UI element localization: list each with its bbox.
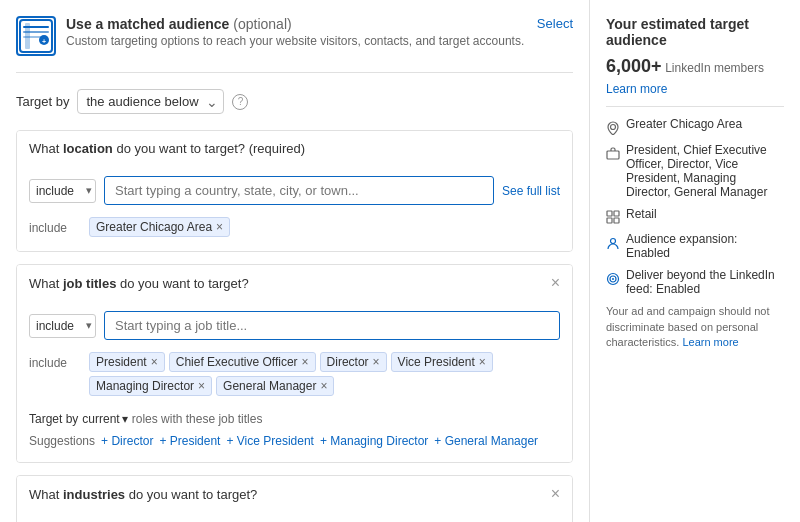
job-titles-tags: President × Chief Executive Officer × Di… xyxy=(89,352,560,396)
sidebar-disclaimer-learn-more[interactable]: Learn more xyxy=(682,336,738,348)
sidebar-title: Your estimated target audience xyxy=(606,16,784,48)
sidebar-members-label: LinkedIn members xyxy=(665,61,764,75)
job-titles-section-title: What job titles do you want to target? xyxy=(29,276,249,291)
sidebar-audience-expansion: Audience expansion: Enabled xyxy=(626,232,784,260)
svg-rect-4 xyxy=(23,36,41,38)
sidebar-industry: Retail xyxy=(626,207,657,221)
svg-rect-8 xyxy=(607,151,619,159)
briefcase-icon xyxy=(606,145,620,161)
job-titles-include-dropdown[interactable]: include xyxy=(29,314,96,338)
sidebar-divider xyxy=(606,106,784,107)
suggestion-general-manager[interactable]: + General Manager xyxy=(434,434,538,448)
location-section-header: What location do you want to target? (re… xyxy=(17,131,572,166)
suggestion-president[interactable]: + President xyxy=(159,434,220,448)
target-by-label: Target by xyxy=(16,94,69,109)
tag-president: President × xyxy=(89,352,165,372)
job-titles-tags-row: include President × Chief Executive Offi… xyxy=(29,348,560,400)
sidebar-location-row: Greater Chicago Area xyxy=(606,117,784,135)
audience-header: + Use a matched audience (optional) Cust… xyxy=(16,16,573,73)
tag-ceo: Chief Executive Officer × xyxy=(169,352,316,372)
svg-rect-11 xyxy=(607,218,612,223)
svg-rect-9 xyxy=(607,211,612,216)
tag-president-close[interactable]: × xyxy=(151,356,158,368)
location-include-label: include xyxy=(29,221,89,235)
location-tags: Greater Chicago Area × xyxy=(89,217,560,237)
target-icon xyxy=(606,270,620,286)
svg-point-13 xyxy=(611,238,616,243)
info-icon[interactable]: ? xyxy=(232,94,248,110)
select-link[interactable]: Select xyxy=(537,16,573,31)
target-current-button[interactable]: current ▾ xyxy=(82,412,127,426)
svg-point-7 xyxy=(611,124,616,129)
sidebar-location: Greater Chicago Area xyxy=(626,117,742,131)
tag-vp: Vice President × xyxy=(391,352,493,372)
location-tag-label: Greater Chicago Area xyxy=(96,220,212,234)
location-tag-close[interactable]: × xyxy=(216,221,223,233)
sidebar-disclaimer: Your ad and campaign should not discrimi… xyxy=(606,304,784,350)
location-icon xyxy=(606,119,620,135)
tag-director-close[interactable]: × xyxy=(373,356,380,368)
job-titles-include-label: include xyxy=(29,356,89,370)
suggestion-director[interactable]: + Director xyxy=(101,434,153,448)
sidebar-audience-expansion-row: Audience expansion: Enabled xyxy=(606,232,784,260)
job-titles-section-header: What job titles do you want to target? × xyxy=(17,265,572,301)
sidebar-learn-more[interactable]: Learn more xyxy=(606,82,667,96)
suggestions-label: Suggestions xyxy=(29,434,95,448)
svg-rect-3 xyxy=(23,31,49,33)
location-include-dropdown[interactable]: include xyxy=(29,179,96,203)
target-by-row: Target by the audience below ? xyxy=(16,89,573,114)
target-current-suffix: roles with these job titles xyxy=(132,412,263,426)
target-by-select[interactable]: the audience below xyxy=(77,89,224,114)
audience-description: Custom targeting options to reach your w… xyxy=(66,34,524,48)
tag-general-manager: General Manager × xyxy=(216,376,334,396)
tag-general-manager-close[interactable]: × xyxy=(320,380,327,392)
tag-managing-director-close[interactable]: × xyxy=(198,380,205,392)
location-section: What location do you want to target? (re… xyxy=(16,130,573,252)
tag-managing-director: Managing Director × xyxy=(89,376,212,396)
target-current-prefix: Target by xyxy=(29,412,78,426)
svg-point-16 xyxy=(612,278,614,280)
person-icon xyxy=(606,234,620,250)
job-titles-section: What job titles do you want to target? ×… xyxy=(16,264,573,463)
sidebar-industry-row: Retail xyxy=(606,207,784,225)
sidebar: Your estimated target audience 6,000+ Li… xyxy=(590,0,800,522)
grid-icon xyxy=(606,209,620,225)
location-include-row: include See full list xyxy=(29,176,560,205)
audience-icon: + xyxy=(16,16,56,56)
location-tags-row: include Greater Chicago Area × xyxy=(29,213,560,241)
job-titles-close-button[interactable]: × xyxy=(551,275,560,291)
suggestions-row: Suggestions + Director + President + Vic… xyxy=(29,434,560,448)
chevron-down-icon: ▾ xyxy=(122,412,128,426)
sidebar-job-titles: President, Chief Executive Officer, Dire… xyxy=(626,143,784,199)
svg-rect-12 xyxy=(614,218,619,223)
sidebar-count: 6,000+ xyxy=(606,56,662,76)
tag-vp-close[interactable]: × xyxy=(479,356,486,368)
location-tag-chicago: Greater Chicago Area × xyxy=(89,217,230,237)
sidebar-job-titles-row: President, Chief Executive Officer, Dire… xyxy=(606,143,784,199)
industries-close-button[interactable]: × xyxy=(551,486,560,502)
job-title-input[interactable] xyxy=(104,311,560,340)
sidebar-deliver-beyond: Deliver beyond the LinkedIn feed: Enable… xyxy=(626,268,784,296)
target-by-select-wrapper: the audience below xyxy=(77,89,224,114)
job-titles-include-row: include xyxy=(29,311,560,340)
location-see-full-list[interactable]: See full list xyxy=(502,184,560,198)
tag-ceo-close[interactable]: × xyxy=(302,356,309,368)
industries-section-header: What industries do you want to target? × xyxy=(17,476,572,512)
suggestion-managing-director[interactable]: + Managing Director xyxy=(320,434,428,448)
location-input[interactable] xyxy=(104,176,494,205)
industries-section: What industries do you want to target? ×… xyxy=(16,475,573,522)
industries-section-title: What industries do you want to target? xyxy=(29,487,257,502)
svg-rect-10 xyxy=(614,211,619,216)
target-current-row: Target by current ▾ roles with these job… xyxy=(29,412,560,426)
suggestion-vp[interactable]: + Vice President xyxy=(226,434,314,448)
audience-title: Use a matched audience (optional) xyxy=(66,16,524,32)
svg-text:+: + xyxy=(42,38,46,45)
sidebar-deliver-beyond-row: Deliver beyond the LinkedIn feed: Enable… xyxy=(606,268,784,296)
svg-rect-2 xyxy=(23,26,49,28)
tag-director: Director × xyxy=(320,352,387,372)
location-section-title: What location do you want to target? (re… xyxy=(29,141,305,156)
